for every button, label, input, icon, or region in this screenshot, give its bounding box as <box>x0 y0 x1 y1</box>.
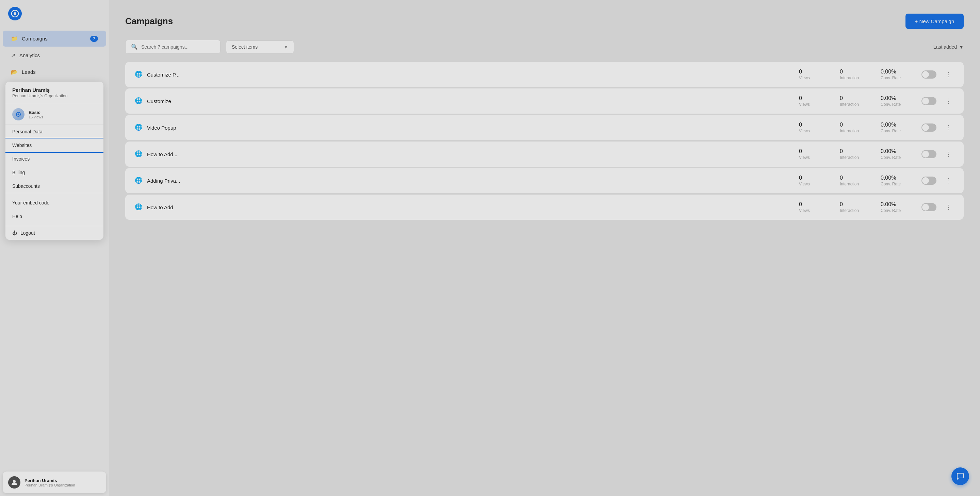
dropdown-overlay[interactable] <box>0 0 980 496</box>
